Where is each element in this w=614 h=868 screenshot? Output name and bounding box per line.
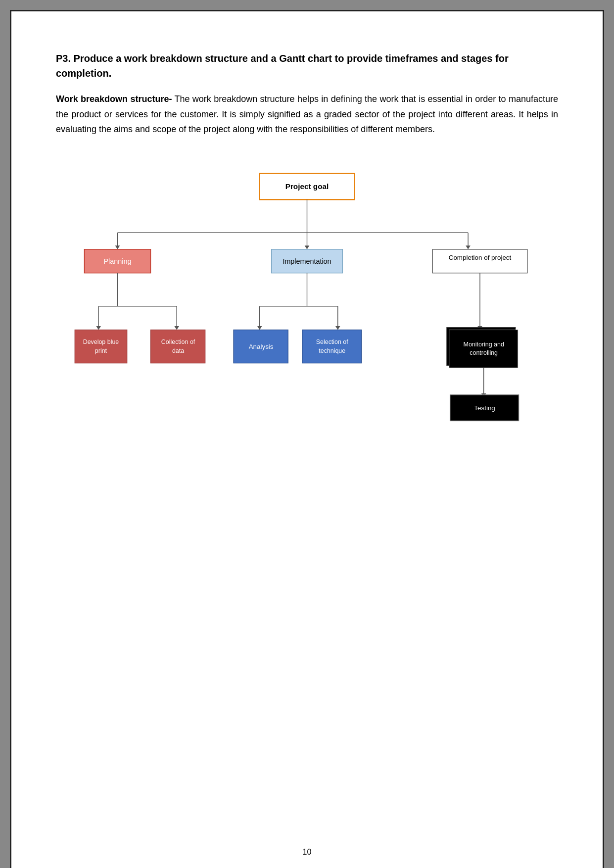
body-text-intro: Work breakdown structure- [56, 94, 172, 104]
monitoring-label: Monitoring and [464, 341, 504, 348]
page-number: 10 [11, 848, 603, 857]
svg-marker-4 [115, 245, 120, 249]
svg-rect-32 [449, 330, 518, 368]
selection-technique-label2: technique [319, 347, 345, 354]
develop-blueprint-label: Develop blue [83, 338, 119, 345]
body-text: Work breakdown structure- The work break… [56, 92, 558, 137]
svg-marker-22 [257, 326, 262, 330]
wbs-diagram: Project goal Planning [56, 152, 558, 500]
svg-marker-8 [466, 245, 471, 249]
testing-label: Testing [474, 404, 495, 412]
planning-label: Planning [104, 257, 132, 265]
collection-data-label: Collection of [161, 338, 195, 345]
collection-data-label2: data [172, 347, 184, 354]
implementation-label: Implementation [283, 257, 331, 265]
svg-marker-24 [335, 326, 340, 330]
monitoring-label2: controlling [470, 349, 498, 356]
svg-marker-6 [305, 245, 310, 249]
root-label: Project goal [285, 182, 329, 191]
svg-rect-28 [151, 330, 205, 363]
svg-marker-18 [174, 326, 179, 330]
completion-label: Completion of project [449, 254, 512, 261]
develop-blueprint-label2: print [95, 347, 107, 354]
heading: P3. Produce a work breakdown structure a… [56, 51, 558, 81]
svg-rect-30 [302, 330, 362, 363]
page: P3. Produce a work breakdown structure a… [10, 10, 604, 868]
selection-technique-label: Selection of [316, 338, 349, 345]
svg-rect-27 [75, 330, 127, 363]
analysis-label: Analysis [249, 343, 274, 350]
svg-marker-16 [96, 326, 101, 330]
